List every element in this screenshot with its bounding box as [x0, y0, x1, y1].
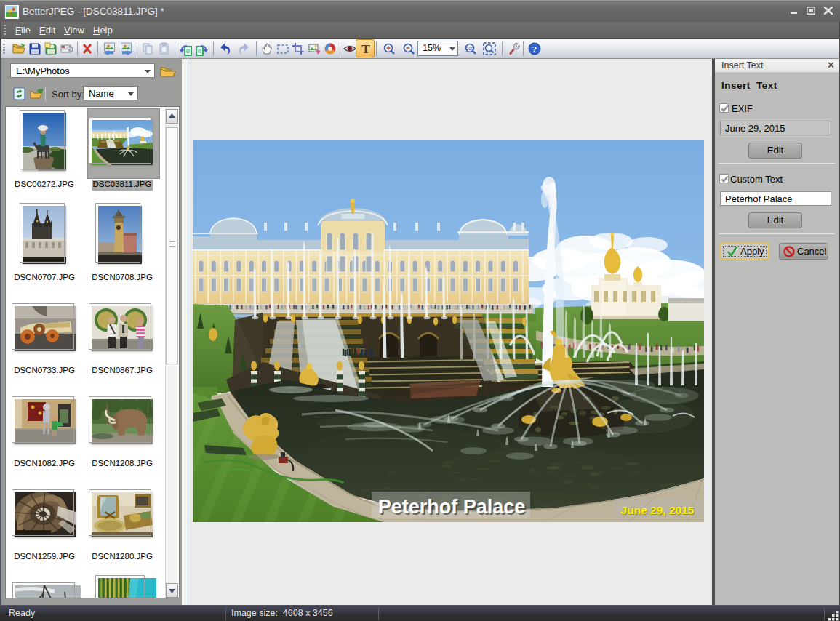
svg-text:June 29, 2015: June 29, 2015	[621, 504, 695, 516]
svg-text:Peterhof Palace: Peterhof Palace	[378, 496, 526, 518]
svg-text:100: 100	[466, 47, 473, 51]
svg-text:T: T	[361, 42, 370, 56]
svg-text:?: ?	[532, 44, 537, 55]
